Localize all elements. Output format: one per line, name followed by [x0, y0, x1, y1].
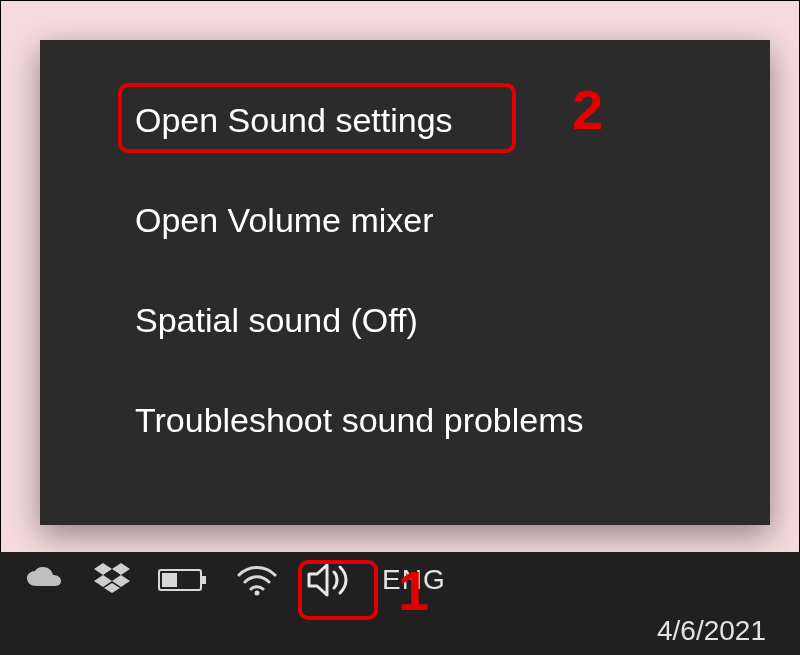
- wifi-icon[interactable]: [236, 560, 278, 600]
- sound-context-menu: Open Sound settings Open Volume mixer Sp…: [40, 40, 770, 525]
- menu-item-spatial-sound[interactable]: Spatial sound (Off): [40, 270, 770, 370]
- battery-icon[interactable]: [158, 560, 208, 600]
- dropbox-icon[interactable]: [94, 560, 130, 600]
- svg-marker-1: [112, 563, 130, 575]
- menu-item-label: Open Sound settings: [135, 101, 453, 140]
- language-label: ENG: [382, 564, 446, 596]
- svg-rect-7: [162, 573, 177, 587]
- menu-item-open-sound-settings[interactable]: Open Sound settings: [40, 70, 770, 170]
- language-indicator[interactable]: ENG: [382, 560, 446, 600]
- taskbar: ENG 4/6/2021: [0, 552, 800, 655]
- svg-point-8: [255, 591, 260, 596]
- svg-marker-0: [94, 563, 112, 575]
- menu-item-open-volume-mixer[interactable]: Open Volume mixer: [40, 170, 770, 270]
- system-tray: ENG: [24, 560, 446, 600]
- date-text: 4/6/2021: [657, 615, 766, 646]
- onedrive-icon[interactable]: [24, 560, 66, 600]
- menu-item-label: Spatial sound (Off): [135, 301, 418, 340]
- menu-item-label: Troubleshoot sound problems: [135, 401, 584, 440]
- svg-rect-6: [202, 576, 206, 584]
- speaker-icon[interactable]: [306, 560, 354, 600]
- menu-item-troubleshoot-sound[interactable]: Troubleshoot sound problems: [40, 370, 770, 470]
- menu-item-label: Open Volume mixer: [135, 201, 434, 240]
- taskbar-date[interactable]: 4/6/2021: [657, 615, 766, 647]
